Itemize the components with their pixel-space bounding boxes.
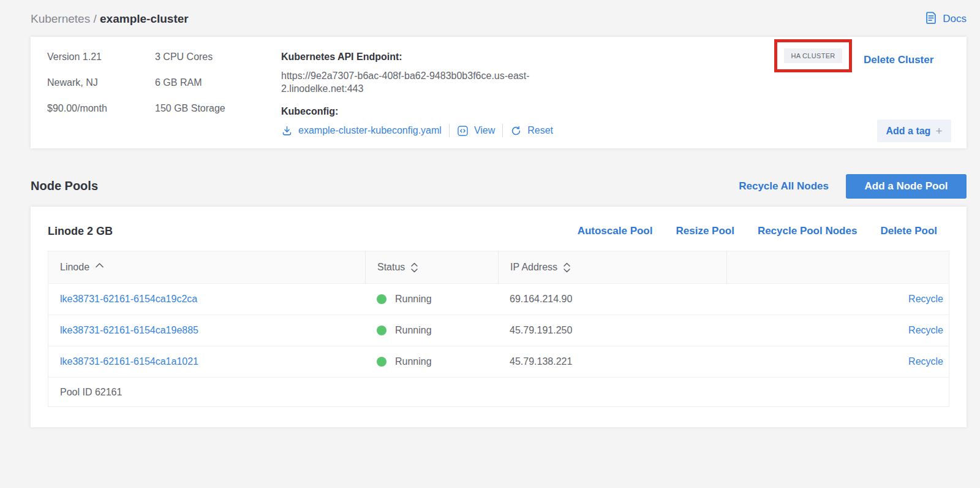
reset-icon [510,125,522,137]
node-name-link[interactable]: lke38731-62161-6154ca1a1021 [48,346,365,377]
sort-both-icon [410,262,418,273]
docs-label: Docs [943,13,967,25]
node-pool-card: Linode 2 GB Autoscale Pool Resize Pool R… [31,207,967,427]
recycle-pool-nodes-button[interactable]: Recycle Pool Nodes [758,225,858,237]
status-label: Running [395,325,432,336]
column-header-ip[interactable]: IP Address [498,251,726,283]
recycle-node-button[interactable]: Recycle [908,294,943,305]
api-endpoint-url-line1: https://9e2a7307-b6ac-408f-ba62-9483b0b3… [281,69,557,82]
pool-id-row: Pool ID 62161 [48,377,949,406]
node-name-link[interactable]: lke38731-62161-6154ca19e885 [48,315,365,346]
api-endpoint-url-line2: 2.linodelke.net:443 [281,82,557,95]
recycle-node-button[interactable]: Recycle [908,356,943,367]
table-row: lke38731-62161-6154ca1a1021 Running 45.7… [48,346,949,377]
cluster-summary-card: Version 1.21 Newark, NJ $90.00/month 3 C… [31,37,967,148]
node-status-cell: Running [365,346,498,377]
status-label: Running [395,294,432,305]
ha-cluster-badge: HA CLUSTER [784,48,842,63]
breadcrumb-divider: / [93,12,96,25]
breadcrumb-kubernetes[interactable]: Kubernetes [31,12,90,25]
column-header-actions [726,251,949,283]
node-name-link[interactable]: lke38731-62161-6154ca19c2ca [48,284,365,315]
kubeconfig-download-link[interactable]: example-cluster-kubeconfig.yaml [298,125,442,136]
delete-pool-button[interactable]: Delete Pool [880,225,937,237]
add-tag-button[interactable]: Add a tag + [877,120,951,142]
column-label-linode: Linode [60,262,89,273]
cluster-storage: 150 GB Storage [155,101,281,116]
top-bar: Kubernetes / example-cluster Docs [31,0,967,37]
kubeconfig-label: Kubeconfig: [281,104,967,119]
cluster-ram: 6 GB RAM [155,75,281,90]
table-header: Linode Status IP Address [48,251,949,283]
page-content: Kubernetes / example-cluster Docs Versio… [31,0,967,427]
divider [502,124,503,137]
node-ip-cell: 45.79.138.221 [498,346,726,377]
delete-cluster-button[interactable]: Delete Cluster [864,53,933,67]
status-label: Running [395,356,432,367]
docs-icon [924,11,938,28]
node-status-cell: Running [365,315,498,346]
column-header-status[interactable]: Status [365,251,498,283]
view-kubeconfig-link[interactable]: View [474,125,495,136]
node-pools-title: Node Pools [31,179,98,193]
view-code-icon [457,125,469,137]
pool-name: Linode 2 GB [48,225,113,238]
summary-details-column: Version 1.21 Newark, NJ $90.00/month [47,44,155,148]
breadcrumb: Kubernetes / example-cluster [31,12,189,26]
add-tag-label: Add a tag [886,126,931,137]
download-icon [281,125,293,137]
status-running-dot [377,357,386,367]
recycle-all-nodes-button[interactable]: Recycle All Nodes [739,180,829,193]
column-header-linode[interactable]: Linode [48,251,365,283]
divider [449,124,450,137]
node-status-cell: Running [365,284,498,315]
cluster-region: Newark, NJ [47,75,155,90]
node-action-cell: Recycle [726,284,949,315]
sort-both-icon [563,262,571,273]
cluster-cpu: 3 CPU Cores [155,50,281,64]
resize-pool-button[interactable]: Resize Pool [676,225,734,237]
pool-header: Linode 2 GB Autoscale Pool Resize Pool R… [48,207,949,251]
node-pools-actions: Recycle All Nodes Add a Node Pool [739,174,967,199]
node-ip-cell: 45.79.191.250 [498,315,726,346]
reset-kubeconfig-link[interactable]: Reset [527,125,553,136]
sort-ascending-icon [95,262,104,268]
add-node-pool-button[interactable]: Add a Node Pool [846,174,967,199]
cluster-version: Version 1.21 [47,50,155,64]
node-ip-cell: 69.164.214.90 [498,284,726,315]
summary-specs-column: 3 CPU Cores 6 GB RAM 150 GB Storage [155,44,281,148]
pool-id-label: Pool ID 62161 [60,387,122,398]
pool-action-links: Autoscale Pool Resize Pool Recycle Pool … [578,225,949,237]
api-endpoint-url: https://9e2a7307-b6ac-408f-ba62-9483b0b3… [281,69,557,95]
annotation-highlight-box: HA CLUSTER [774,39,852,72]
breadcrumb-cluster-name: example-cluster [100,12,189,25]
table-body: lke38731-62161-6154ca19c2ca Running 69.1… [48,283,949,377]
table-row: lke38731-62161-6154ca19c2ca Running 69.1… [48,283,949,315]
node-action-cell: Recycle [726,346,949,377]
table-row: lke38731-62161-6154ca19e885 Running 45.7… [48,315,949,346]
plus-icon: + [935,124,942,138]
pool-nodes-table: Linode Status IP Address [48,251,949,407]
status-running-dot [377,326,386,335]
kubeconfig-row: example-cluster-kubeconfig.yaml View [281,123,967,138]
status-running-dot [377,294,386,304]
autoscale-pool-button[interactable]: Autoscale Pool [578,225,653,237]
cluster-price: $90.00/month [47,101,155,116]
node-action-cell: Recycle [726,315,949,346]
node-pools-header: Node Pools Recycle All Nodes Add a Node … [31,173,967,199]
column-label-ip: IP Address [510,262,557,273]
docs-link[interactable]: Docs [924,11,967,28]
recycle-node-button[interactable]: Recycle [908,325,943,336]
column-label-status: Status [377,262,405,273]
